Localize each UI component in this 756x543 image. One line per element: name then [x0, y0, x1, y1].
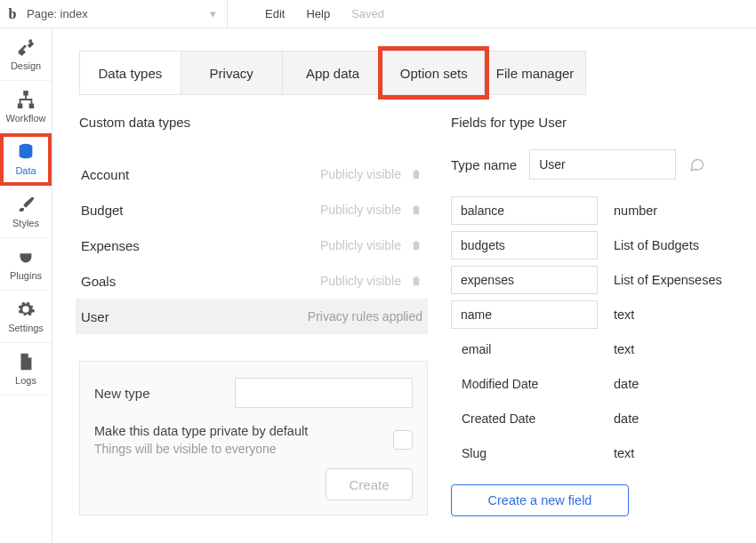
trash-icon[interactable]	[410, 168, 422, 180]
field-row: Modified Date date	[451, 367, 740, 401]
field-row: email text	[451, 332, 740, 366]
field-type: text	[614, 342, 634, 356]
field-type: List of Expenseses	[614, 273, 722, 287]
create-type-button[interactable]: Create	[326, 468, 413, 500]
private-checkbox-label: Make this data type private by default	[94, 424, 308, 438]
field-row[interactable]: name text	[451, 298, 740, 331]
fields-panel: Fields for type User Type name balance n…	[451, 115, 740, 516]
field-type: List of Budgets	[614, 238, 699, 252]
menu-help[interactable]: Help	[306, 7, 330, 20]
new-type-input[interactable]	[235, 378, 413, 408]
button-label: Create a new field	[488, 493, 592, 507]
field-name[interactable]: expenses	[451, 266, 598, 294]
sidebar-item-workflow[interactable]: Workflow	[0, 81, 52, 133]
plug-icon	[16, 247, 36, 267]
tab-app-data[interactable]: App data	[282, 52, 383, 94]
field-name[interactable]: balance	[451, 196, 598, 225]
field-type: date	[614, 411, 639, 426]
speech-bubble-icon[interactable]	[688, 156, 706, 172]
trash-icon[interactable]	[410, 204, 422, 216]
svg-rect-2	[30, 105, 34, 108]
visibility-label: Publicly visible	[320, 203, 401, 217]
tab-file-manager[interactable]: File manager	[484, 52, 585, 94]
field-row[interactable]: balance number	[451, 194, 740, 228]
workflow-icon	[16, 90, 36, 109]
sidebar-item-label: Plugins	[10, 270, 42, 281]
fields-list: balance number budgets List of Budgets e…	[451, 194, 740, 470]
tab-data-types[interactable]: Data types	[80, 52, 181, 94]
field-name: email	[451, 335, 598, 363]
custom-data-types-panel: Custom data types Account Publicly visib…	[79, 115, 428, 516]
design-icon	[16, 37, 36, 57]
fields-heading: Fields for type User	[451, 115, 740, 130]
svg-rect-0	[24, 92, 28, 95]
bubble-logo-icon: b	[4, 5, 21, 23]
field-name: Created Date	[451, 404, 598, 433]
sidebar-item-logs[interactable]: Logs	[0, 343, 52, 395]
main-content: Data types Privacy App data Option sets …	[52, 28, 756, 543]
tab-label: Privacy	[210, 66, 253, 81]
save-status: Saved	[351, 7, 384, 20]
data-tabs: Data types Privacy App data Option sets …	[79, 51, 586, 95]
sidebar-item-label: Styles	[12, 218, 39, 228]
tab-label: Data types	[99, 66, 163, 81]
document-icon	[16, 352, 36, 371]
visibility-label: Publicly visible	[320, 238, 401, 252]
tab-label: File manager	[496, 66, 575, 81]
tab-option-sets[interactable]: Option sets	[382, 52, 484, 94]
field-name[interactable]: name	[451, 300, 598, 329]
data-type-row[interactable]: Expenses Publicly visible	[79, 228, 428, 263]
type-name-input[interactable]	[529, 149, 676, 180]
field-type: text	[614, 446, 634, 460]
field-row: Slug text	[451, 436, 740, 470]
field-row: Created Date date	[451, 402, 740, 435]
sidebar-item-label: Settings	[8, 323, 44, 333]
sidebar-item-styles[interactable]: Styles	[0, 186, 52, 238]
field-type: number	[614, 204, 657, 218]
field-type: text	[614, 307, 634, 322]
gear-icon	[16, 299, 36, 319]
data-type-name: User	[81, 309, 109, 324]
custom-types-heading: Custom data types	[79, 115, 428, 130]
brush-icon	[16, 195, 36, 214]
data-type-row[interactable]: Budget Publicly visible	[79, 192, 428, 228]
page-prefix: Page:	[27, 7, 57, 20]
visibility-label: Publicly visible	[320, 167, 401, 181]
sidebar-item-design[interactable]: Design	[0, 28, 52, 81]
field-name[interactable]: budgets	[451, 231, 598, 260]
field-name: Modified Date	[451, 370, 598, 398]
visibility-label: Privacy rules applied	[308, 309, 422, 323]
field-row[interactable]: budgets List of Budgets	[451, 228, 740, 262]
trash-icon[interactable]	[410, 275, 422, 287]
sidebar-item-settings[interactable]: Settings	[0, 291, 52, 343]
tab-privacy[interactable]: Privacy	[181, 52, 282, 94]
caret-down-icon: ▾	[210, 7, 216, 20]
data-type-row-selected[interactable]: User Privacy rules applied	[76, 299, 428, 334]
type-name-label: Type name	[451, 157, 517, 172]
sidebar: Design Workflow Data Styles Plugins Sett…	[0, 28, 52, 543]
sidebar-item-data[interactable]: Data	[0, 133, 52, 186]
sidebar-item-plugins[interactable]: Plugins	[0, 238, 52, 291]
tab-label: Option sets	[400, 66, 468, 81]
top-bar: b Page: index ▾ Edit Help Saved	[0, 0, 756, 28]
data-type-row[interactable]: Account Publicly visible	[79, 156, 428, 192]
menu-edit[interactable]: Edit	[265, 7, 285, 20]
page-name: index	[60, 7, 88, 20]
database-icon	[16, 142, 36, 162]
page-selector[interactable]: Page: index ▾	[27, 0, 228, 28]
data-type-name: Expenses	[81, 238, 140, 253]
private-checkbox[interactable]	[393, 430, 413, 450]
svg-rect-1	[19, 105, 22, 108]
field-name: Slug	[451, 439, 598, 467]
visibility-label: Publicly visible	[320, 274, 401, 288]
sidebar-item-label: Data	[15, 165, 36, 176]
create-new-field-button[interactable]: Create a new field	[451, 484, 629, 516]
tab-label: App data	[306, 66, 359, 81]
field-type: date	[614, 377, 639, 391]
top-menu: Edit Help Saved	[244, 7, 384, 20]
data-type-name: Goals	[81, 274, 116, 289]
data-type-row[interactable]: Goals Publicly visible	[79, 263, 428, 299]
field-row[interactable]: expenses List of Expenseses	[451, 263, 740, 297]
trash-icon[interactable]	[410, 239, 422, 252]
sidebar-item-label: Workflow	[5, 113, 45, 124]
